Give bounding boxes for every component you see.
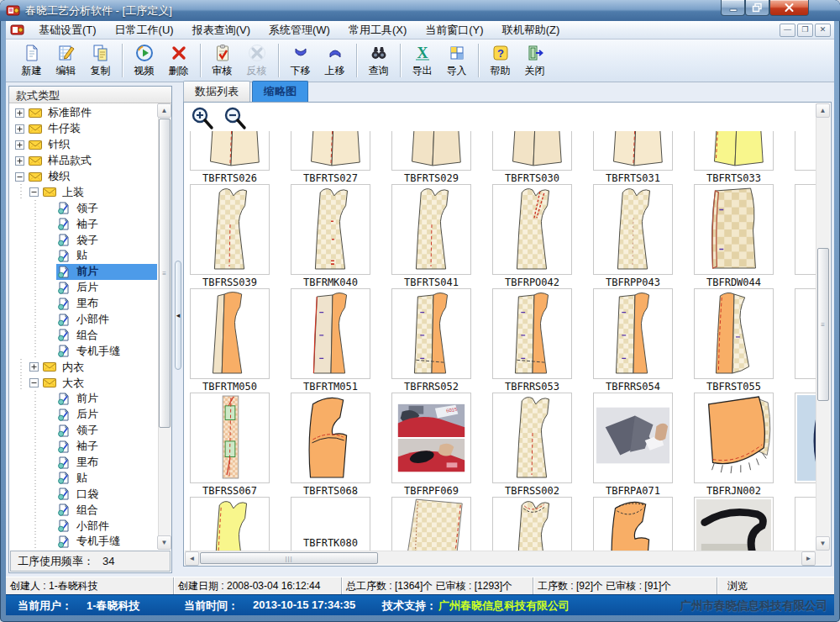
menu-item-5[interactable]: 当前窗口(Y) (416, 21, 492, 40)
tree-item-row[interactable]: 领子 (56, 423, 157, 439)
tree-item-上装[interactable]: 上装 (9, 184, 157, 200)
thumbnail-cell[interactable] (795, 184, 816, 275)
thumbnail-cell-TBFRRS053[interactable] (492, 288, 572, 379)
expand-toggle-icon[interactable] (14, 124, 25, 134)
scroll-up-icon[interactable]: ▲ (157, 103, 171, 118)
title-bar[interactable]: 春晓工艺分析软件 - [工序定义] (0, 0, 840, 21)
menu-item-3[interactable]: 系统管理(W) (260, 21, 339, 40)
thumbnail-cell-TBFRTS026[interactable] (190, 131, 270, 171)
thumbnail-cell-TBFRPA071[interactable] (593, 393, 673, 483)
toolbar-button-close-door[interactable]: 关闭 (517, 42, 552, 80)
scroll-down-icon[interactable]: ▼ (157, 535, 171, 550)
tree-item-row[interactable]: 小部件 (56, 518, 157, 534)
thumbnail-cell-TBFRTK080[interactable]: TBFRTK080 (291, 497, 370, 551)
tree-item-后片[interactable]: 后片 (9, 407, 157, 423)
tree-item-row[interactable]: 领子 (56, 200, 157, 216)
tree-item-领子[interactable]: 领子 (9, 200, 157, 216)
tree-item-牛仔装[interactable]: 牛仔装 (9, 121, 157, 137)
tree-item-专机手缝[interactable]: 专机手缝 (9, 343, 157, 359)
tree-item-梭织[interactable]: 梭织 (9, 169, 157, 185)
tree-item-row[interactable]: 专机手缝 (56, 343, 157, 359)
tree-item-大衣[interactable]: 大衣 (9, 375, 157, 391)
tree-item-标准部件[interactable]: 标准部件 (9, 105, 157, 121)
mdi-close-button[interactable]: ✕ (815, 24, 831, 37)
tree-item-袖子[interactable]: 袖子 (9, 216, 157, 232)
thumbnail-cell[interactable] (795, 393, 816, 483)
toolbar-button-export-excel[interactable]: X导出 (405, 42, 439, 80)
thumbnail-cell-TBFRRS054[interactable] (593, 288, 673, 379)
tree-item-袖子[interactable]: 袖子 (9, 439, 157, 455)
tree-item-领子[interactable]: 领子 (9, 423, 157, 439)
scroll-left-icon[interactable]: ◄ (185, 551, 199, 566)
thumbnail-cell[interactable] (795, 288, 816, 379)
thumbnail-cell-TBFRPO042[interactable] (492, 184, 572, 275)
tree-item-前片[interactable]: 前片 (9, 264, 157, 280)
scroll-down-icon[interactable]: ▼ (816, 536, 830, 551)
tree-item-小部件[interactable]: 小部件 (9, 312, 157, 328)
tree-item-小部件[interactable]: 小部件 (9, 518, 157, 534)
tree-item-row[interactable]: 袋子 (56, 232, 157, 248)
tree-item-组合[interactable]: 组合 (9, 502, 157, 518)
tree-item-贴[interactable]: 贴 (9, 470, 157, 486)
thumbnail-cell-TBFRSS039[interactable] (190, 184, 270, 275)
expand-toggle-icon[interactable] (29, 361, 39, 372)
toolbar-button-import-grid[interactable]: 导入 (439, 42, 474, 80)
tree-item-row[interactable]: 后片 (56, 407, 157, 423)
thumbnail-cell-TBFRTS027[interactable] (291, 131, 370, 171)
tree-item-row[interactable]: 组合 (56, 502, 157, 518)
thumbnail-cell[interactable] (694, 497, 774, 551)
tab-thumbnails[interactable]: 缩略图 (252, 81, 308, 102)
tree-item-针织[interactable]: 针织 (9, 137, 157, 153)
tree-item-row[interactable]: 袖子 (56, 216, 157, 232)
thumbnail-cell-TBFRTS029[interactable] (391, 131, 471, 171)
toolbar-button-video[interactable]: 视频 (127, 42, 161, 80)
tree-item-row[interactable]: 标准部件 (28, 105, 157, 121)
tree-item-袋子[interactable]: 袋子 (9, 232, 157, 248)
menu-item-1[interactable]: 日常工作(U) (106, 21, 183, 40)
maximize-button[interactable] (745, 0, 769, 16)
grid-vertical-scrollbar[interactable]: ▲ ≡ ▼ (816, 103, 830, 551)
toolbar-button-new-document[interactable]: 新建 (14, 42, 49, 80)
thumbnail-cell-TBFRTS030[interactable] (492, 131, 572, 171)
thumbnail-cell[interactable] (492, 497, 572, 551)
scroll-right-icon[interactable]: ► (801, 551, 816, 566)
tree-scrollbar[interactable]: ▲ ≡ ▼ (158, 103, 171, 550)
tree-item-row[interactable]: 里布 (56, 455, 157, 471)
thumbnail-cell-TBFRTM051[interactable] (291, 288, 370, 379)
tree-item-row[interactable]: 贴 (56, 470, 157, 486)
tree-item-row[interactable]: 专机手缝 (56, 534, 157, 550)
tree-item-row[interactable]: 组合 (56, 327, 157, 343)
thumbnail-cell-TBFRSS002[interactable] (492, 393, 572, 483)
tree-item-里布[interactable]: 里布 (9, 296, 157, 312)
collapse-toggle-icon[interactable] (29, 187, 39, 198)
thumbnail-cell-TBFRSS067[interactable] (190, 393, 270, 483)
tree-item-row[interactable]: 大衣 (42, 375, 157, 391)
thumbnail-cell[interactable] (795, 497, 816, 551)
zoom-out-icon[interactable] (223, 106, 248, 131)
thumbnail-cell-TBFRMK040[interactable] (291, 184, 370, 275)
tree-item-口袋[interactable]: 口袋 (9, 486, 157, 502)
toolbar-button-help[interactable]: ?帮助 (483, 42, 517, 80)
tree-item-后片[interactable]: 后片 (9, 280, 157, 296)
menu-item-2[interactable]: 报表查询(V) (183, 21, 260, 40)
expand-toggle-icon[interactable] (14, 140, 25, 150)
menu-item-6[interactable]: 联机帮助(Z) (493, 21, 570, 40)
mdi-restore-button[interactable]: ❐ (797, 24, 813, 37)
collapse-panel-button[interactable]: ◂ (175, 261, 181, 370)
thumbnail-cell-TBFRRS052[interactable] (391, 288, 471, 379)
tree-item-row[interactable]: 牛仔装 (28, 121, 157, 137)
tab-data-list[interactable]: 数据列表 (183, 81, 250, 102)
tree-item-row[interactable]: 口袋 (56, 486, 157, 502)
grid-hscroll-thumb[interactable]: ||| (200, 552, 378, 564)
collapse-toggle-icon[interactable] (14, 171, 25, 182)
thumbnail-cell[interactable] (593, 497, 673, 551)
thumbnail-cell[interactable] (391, 497, 471, 551)
tree-item-样品款式[interactable]: 样品款式 (9, 153, 157, 169)
tree-scrollbar-thumb[interactable]: ≡ (159, 119, 171, 428)
grid-horizontal-scrollbar[interactable]: ◄ ||| ► (185, 551, 816, 565)
toolbar-button-delete[interactable]: 删除 (161, 42, 196, 80)
mdi-minimize-button[interactable]: — (780, 24, 795, 37)
toolbar-button-move-up[interactable]: 上移 (318, 42, 352, 80)
thumbnail-cell-TBFRST055[interactable] (694, 288, 774, 379)
panel-splitter[interactable]: ◂ (173, 82, 183, 577)
